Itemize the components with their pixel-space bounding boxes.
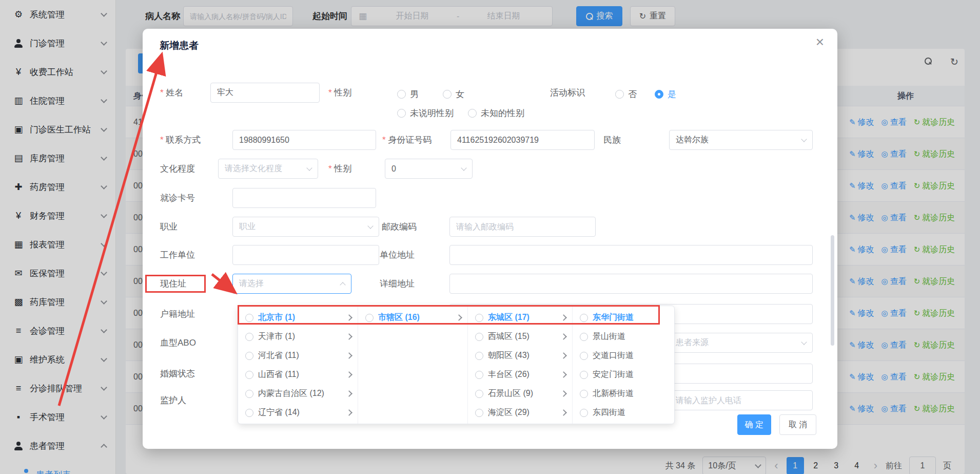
cascader-option[interactable]: 天津市 (1): [238, 327, 358, 346]
gender-radio-female[interactable]: 女: [443, 88, 464, 100]
radio-icon: [580, 390, 588, 398]
cascader-option-label: 东四街道: [593, 407, 668, 418]
cascader-column-4: 东华门街道景山街道交道口街道安定门街道北新桥街道东四街道: [573, 306, 674, 424]
marital-status-right-input[interactable]: [669, 364, 813, 384]
unit-address-label: 单位地址: [380, 245, 415, 265]
chevron-down-icon: [801, 136, 807, 142]
radio-icon: [580, 371, 588, 379]
gender-select[interactable]: 0: [385, 159, 473, 179]
cancel-button[interactable]: 取 消: [779, 414, 816, 435]
education-label: 文化程度: [160, 159, 195, 179]
gender-radio-male[interactable]: 男: [397, 88, 419, 100]
postal-code-input[interactable]: [449, 217, 596, 237]
active-flag-label: 活动标识: [550, 83, 585, 103]
chevron-right-icon: [560, 390, 567, 397]
modal-scrollbar[interactable]: [831, 235, 834, 346]
radio-icon: [245, 409, 253, 417]
gender-radio-unspecified[interactable]: 未说明性别: [397, 107, 454, 119]
chevron-right-icon: [560, 333, 567, 340]
gender-select-value: 0: [391, 164, 396, 174]
cascader-option-label: 石景山区 (9): [488, 388, 557, 399]
cascader-option[interactable]: 内蒙古自治区 (12): [238, 384, 358, 403]
radio-icon: [475, 352, 483, 360]
patient-source-select[interactable]: 患者来源: [669, 333, 813, 353]
cascader-option[interactable]: 朝阳区 (43): [468, 346, 572, 365]
chevron-right-icon: [346, 314, 352, 321]
cascader-option[interactable]: 东城区 (17): [468, 308, 572, 327]
cascader-option[interactable]: 北新桥街道: [573, 384, 674, 403]
occupation-placeholder: 职业: [239, 221, 256, 232]
gender-option-label: 未说明性别: [410, 107, 454, 119]
cascader-option[interactable]: 石景山区 (9): [468, 384, 572, 403]
name-input[interactable]: [210, 83, 320, 103]
cascader-option[interactable]: 海淀区 (29): [468, 403, 572, 422]
cascader-option[interactable]: 北京市 (1): [238, 308, 358, 327]
id-number-label: 身份证号码: [382, 130, 432, 150]
occupation-select[interactable]: 职业: [232, 217, 379, 237]
radio-icon: [475, 314, 483, 322]
address-cascader-dropdown: 北京市 (1)天津市 (1)河北省 (11)山西省 (11)内蒙古自治区 (12…: [238, 306, 675, 424]
cascader-option-label: 朝阳区 (43): [488, 350, 557, 361]
radio-icon: [245, 390, 253, 398]
cascader-option[interactable]: 河北省 (11): [238, 346, 358, 365]
chevron-right-icon: [560, 409, 567, 416]
card-no-input[interactable]: [232, 188, 376, 208]
current-address-placeholder: 请选择: [239, 278, 264, 289]
cascader-option[interactable]: 景山街道: [573, 327, 674, 346]
cascader-option[interactable]: 市辖区 (16): [358, 308, 467, 327]
occupation-label: 职业: [160, 217, 178, 237]
cascader-option[interactable]: 山西省 (11): [238, 365, 358, 384]
current-address-label: 现住址: [160, 274, 186, 294]
cascader-column-2: 市辖区 (16): [358, 306, 468, 424]
chevron-right-icon: [456, 314, 462, 321]
confirm-button[interactable]: 确 定: [737, 414, 771, 435]
active-flag-radio-no[interactable]: 否: [615, 88, 637, 100]
cascader-option-label: 内蒙古自治区 (12): [258, 388, 342, 399]
unit-address-input[interactable]: [449, 245, 813, 265]
radio-icon: [245, 314, 253, 322]
cascader-option-label: 海淀区 (29): [488, 407, 557, 418]
cascader-option[interactable]: 西城区 (15): [468, 327, 572, 346]
active-flag-option-label: 是: [668, 88, 676, 100]
contact-input[interactable]: [232, 130, 376, 150]
chevron-right-icon: [346, 390, 352, 397]
chevron-down-icon: [801, 339, 807, 345]
radio-icon: [475, 371, 483, 379]
radio-icon: [615, 90, 624, 99]
chevron-right-icon: [346, 333, 352, 340]
work-unit-input[interactable]: [232, 245, 379, 265]
close-icon[interactable]: ×: [816, 35, 824, 49]
cascader-option-label: 市辖区 (16): [378, 312, 452, 323]
guardian-phone-input[interactable]: [669, 390, 813, 410]
gender-option-label: 男: [410, 88, 419, 100]
gender-radio-unknown[interactable]: 未知的性别: [468, 107, 524, 119]
cascader-option[interactable]: 丰台区 (26): [468, 365, 572, 384]
current-address-select[interactable]: 请选择: [232, 274, 351, 294]
cascader-option-label: 北京市 (1): [258, 312, 342, 323]
radio-icon: [475, 333, 483, 341]
radio-icon: [580, 333, 588, 341]
cascader-option-label: 交道口街道: [593, 350, 668, 361]
active-flag-radio-yes[interactable]: 是: [655, 88, 676, 100]
education-select[interactable]: 请选择文化程度: [218, 159, 318, 179]
radio-icon: [245, 371, 253, 379]
cascader-option[interactable]: 辽宁省 (14): [238, 403, 358, 422]
blood-type-label: 血型ABO: [160, 333, 196, 353]
modal-title: 新增患者: [160, 39, 199, 52]
detail-address-input[interactable]: [449, 274, 813, 294]
id-number-input[interactable]: [450, 130, 595, 150]
ethnicity-select[interactable]: 达斡尔族: [669, 130, 813, 150]
chevron-right-icon: [346, 352, 352, 359]
work-unit-label: 工作单位: [160, 245, 195, 265]
radio-icon: [365, 314, 374, 322]
cascader-option[interactable]: 东华门街道: [573, 308, 674, 327]
guardian-label: 监护人: [160, 390, 186, 410]
chevron-up-icon: [340, 282, 345, 288]
cascader-option[interactable]: 交道口街道: [573, 346, 674, 365]
cascader-option[interactable]: 东四街道: [573, 403, 674, 422]
cascader-option-label: 西城区 (15): [488, 331, 557, 342]
add-patient-modal: 新增患者 × 姓名 性别 男 女 活动标识 否 是 未说明性别 未知的性别 联系…: [143, 29, 837, 449]
cascader-option[interactable]: 安定门街道: [573, 365, 674, 384]
cascader-option-label: 北新桥街道: [593, 388, 668, 399]
patient-source-placeholder: 患者来源: [676, 337, 709, 348]
